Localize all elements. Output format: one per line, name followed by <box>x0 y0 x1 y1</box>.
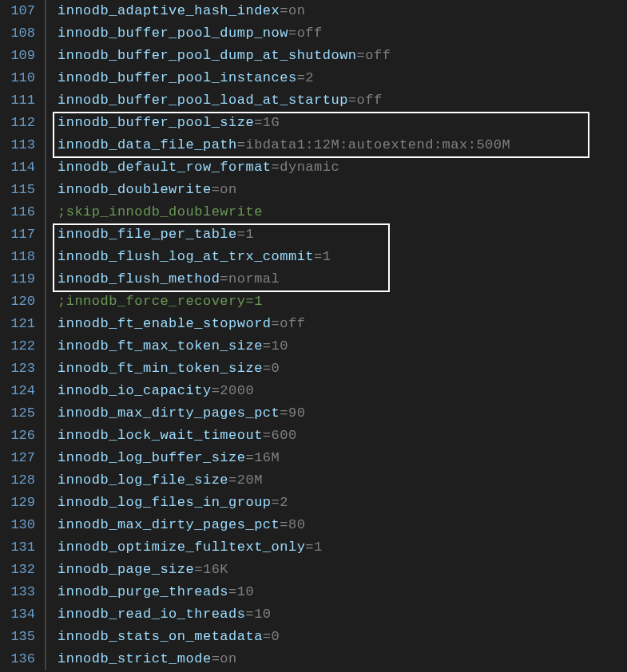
line-number: 122 <box>0 335 35 358</box>
equals-sign: = <box>263 629 272 644</box>
config-key: innodb_buffer_pool_dump_now <box>58 26 288 41</box>
equals-sign: = <box>220 271 228 287</box>
config-value: 10 <box>272 338 288 354</box>
line-number: 121 <box>0 313 35 335</box>
config-key: innodb_optimize_fulltext_only <box>58 540 305 555</box>
line-number: 116 <box>0 201 35 223</box>
code-line[interactable]: innodb_ft_enable_stopword=off <box>58 313 627 335</box>
config-key: innodb_buffer_pool_load_at_startup <box>58 93 348 108</box>
config-value: 0 <box>272 361 280 376</box>
code-line[interactable]: innodb_ft_max_token_size=10 <box>58 335 627 358</box>
equals-sign: = <box>272 316 280 331</box>
line-number: 127 <box>0 447 35 469</box>
config-value: 2000 <box>220 383 254 398</box>
code-line[interactable]: innodb_log_file_size=20M <box>58 469 627 492</box>
line-number: 126 <box>0 425 35 447</box>
config-key: innodb_strict_mode <box>58 651 212 666</box>
code-line[interactable]: innodb_read_io_threads=10 <box>58 603 627 626</box>
config-value: off <box>357 93 383 108</box>
equals-sign: = <box>194 562 203 577</box>
code-line[interactable]: innodb_max_dirty_pages_pct=80 <box>58 514 627 536</box>
equals-sign: = <box>245 607 254 622</box>
line-number: 117 <box>0 223 35 246</box>
config-key: innodb_buffer_pool_dump_at_shutdown <box>58 48 357 63</box>
line-number: 130 <box>0 514 35 536</box>
code-line[interactable]: innodb_optimize_fulltext_only=1 <box>58 536 627 559</box>
line-number: 135 <box>0 626 35 648</box>
code-line[interactable]: innodb_buffer_pool_dump_now=off <box>58 22 627 45</box>
line-number: 136 <box>0 648 35 670</box>
code-line[interactable]: innodb_flush_log_at_trx_commit=1 <box>58 246 627 268</box>
equals-sign: = <box>305 540 314 555</box>
code-line[interactable]: innodb_io_capacity=2000 <box>58 380 627 402</box>
code-line[interactable]: innodb_stats_on_metadata=0 <box>58 626 627 648</box>
line-number: 111 <box>0 89 35 112</box>
code-line[interactable]: innodb_data_file_path=ibdata1:12M:autoex… <box>58 134 627 156</box>
code-line[interactable]: ;innodb_force_recovery=1 <box>58 291 627 313</box>
code-line[interactable]: innodb_default_row_format=dynamic <box>58 156 627 179</box>
code-line[interactable]: ;skip_innodb_doublewrite <box>58 201 627 223</box>
code-line[interactable]: innodb_ft_min_token_size=0 <box>58 358 627 380</box>
equals-sign: = <box>228 472 237 488</box>
code-line[interactable]: innodb_buffer_pool_instances=2 <box>58 67 627 89</box>
equals-sign: = <box>254 115 263 130</box>
equals-sign: = <box>272 495 280 510</box>
config-value: 80 <box>288 517 305 532</box>
code-line[interactable]: innodb_purge_threads=10 <box>58 581 627 603</box>
code-line[interactable]: innodb_buffer_pool_dump_at_shutdown=off <box>58 45 627 67</box>
comment-text: ;innodb_force_recovery=1 <box>58 294 263 309</box>
config-value: off <box>297 26 323 41</box>
code-line[interactable]: innodb_page_size=16K <box>58 559 627 581</box>
code-line[interactable]: innodb_file_per_table=1 <box>58 223 627 246</box>
config-key: innodb_doublewrite <box>58 182 212 197</box>
code-line[interactable]: innodb_adaptive_hash_index=on <box>58 0 627 22</box>
equals-sign: = <box>212 383 220 398</box>
code-line[interactable]: innodb_doublewrite=on <box>58 179 627 201</box>
line-number: 109 <box>0 45 35 67</box>
equals-sign: = <box>297 70 306 85</box>
code-line[interactable]: innodb_log_buffer_size=16M <box>58 447 627 469</box>
line-number: 114 <box>0 156 35 179</box>
config-value: 10 <box>237 584 254 599</box>
code-line[interactable]: innodb_lock_wait_timeout=600 <box>58 425 627 447</box>
line-number: 131 <box>0 536 35 559</box>
config-value: 90 <box>288 405 305 421</box>
config-key: innodb_log_buffer_size <box>58 450 245 465</box>
code-line[interactable]: innodb_flush_method=normal <box>58 268 627 291</box>
config-key: innodb_flush_method <box>58 271 220 287</box>
config-value: 0 <box>272 629 280 644</box>
line-number-gutter: 1071081091101111121131141151161171181191… <box>0 0 46 670</box>
line-number: 108 <box>0 22 35 45</box>
code-line[interactable]: innodb_buffer_pool_size=1G <box>58 112 627 134</box>
code-line[interactable]: innodb_max_dirty_pages_pct=90 <box>58 402 627 425</box>
equals-sign: = <box>288 26 297 41</box>
line-number: 107 <box>0 0 35 22</box>
code-editor[interactable]: 1071081091101111121131141151161171181191… <box>0 0 627 670</box>
equals-sign: = <box>237 137 246 152</box>
equals-sign: = <box>314 249 323 264</box>
config-key: innodb_stats_on_metadata <box>58 629 263 644</box>
code-line[interactable]: innodb_buffer_pool_load_at_startup=off <box>58 89 627 112</box>
config-key: innodb_buffer_pool_instances <box>58 70 297 85</box>
config-key: innodb_io_capacity <box>58 383 212 398</box>
config-key: innodb_file_per_table <box>58 227 237 242</box>
line-number: 124 <box>0 380 35 402</box>
config-value: off <box>280 316 305 331</box>
line-number: 115 <box>0 179 35 201</box>
config-value: 10 <box>254 607 271 622</box>
config-value: 1G <box>263 115 280 130</box>
config-value: 20M <box>237 472 263 488</box>
config-value: 600 <box>272 428 297 443</box>
line-number: 119 <box>0 268 35 291</box>
code-line[interactable]: innodb_log_files_in_group=2 <box>58 492 627 514</box>
config-value: dynamic <box>280 160 339 175</box>
equals-sign: = <box>348 93 357 108</box>
line-number: 123 <box>0 358 35 380</box>
line-number: 128 <box>0 469 35 492</box>
config-key: innodb_ft_min_token_size <box>58 361 263 376</box>
code-content[interactable]: innodb_adaptive_hash_index=oninnodb_buff… <box>46 0 627 670</box>
config-key: innodb_default_row_format <box>58 160 272 175</box>
equals-sign: = <box>212 182 220 197</box>
equals-sign: = <box>272 160 280 175</box>
code-line[interactable]: innodb_strict_mode=on <box>58 648 627 670</box>
